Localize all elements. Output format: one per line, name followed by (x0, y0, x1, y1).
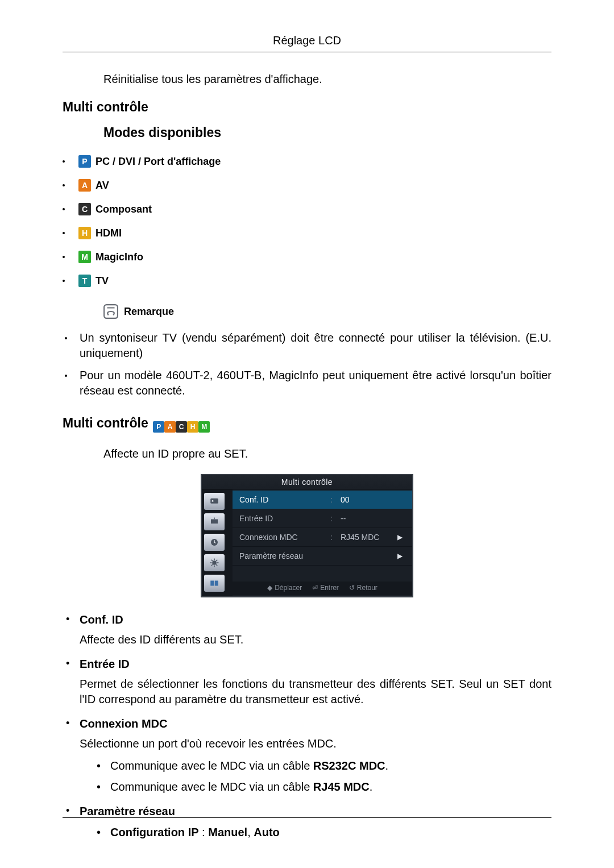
mode-icon-h: H (78, 227, 91, 239)
mode-item-hdmi: H HDMI (63, 221, 551, 245)
bullet-icon (65, 337, 67, 339)
intro-paragraph: Réinitialise tous les paramètres d'affic… (63, 72, 551, 87)
osd-foot-move: ◆ Déplacer (267, 584, 302, 592)
note-label: Remarque (124, 306, 174, 318)
mode-label: Composant (96, 203, 152, 215)
mode-icon-p: P (78, 155, 91, 168)
osd-row-connexion-mdc[interactable]: Connexion MDC : RJ45 MDC ▶ (233, 528, 412, 547)
osd-foot-enter: ⏎ Entrer (312, 584, 339, 592)
detail-title: Paramètre réseau (80, 805, 551, 818)
osd-title: Multi contrôle (202, 475, 412, 489)
svg-rect-3 (211, 520, 218, 524)
mode-item-composant: C Composant (63, 197, 551, 221)
detail-title: Entrée ID (80, 658, 551, 671)
bullet-icon (65, 375, 67, 377)
osd-side-icon-multi[interactable] (204, 575, 225, 592)
note-header: Remarque (63, 304, 551, 319)
section-multi-controle-2-title: Multi contrôle P A C H M (63, 416, 551, 433)
osd-row-label: Conf. ID (239, 495, 328, 504)
osd-row-parametre-reseau[interactable]: Paramètre réseau ▶ (233, 547, 412, 566)
detail-entree-id: Entrée ID Permet de sélectionner les fon… (63, 658, 551, 707)
note-text: Pour un modèle 460UT-2, 460UT-B, MagicIn… (80, 368, 551, 398)
note-text: Un syntoniseur TV (vendu séparément) doi… (80, 330, 551, 361)
inline-mode-icons: P A C H M (153, 421, 210, 433)
note-bullets: Un syntoniseur TV (vendu séparément) doi… (63, 327, 551, 402)
mode-icon-m: M (198, 421, 210, 433)
mode-icon-p: P (153, 421, 164, 433)
mode-icon-a: A (164, 421, 176, 433)
osd-row-entree-id[interactable]: Entrée ID : -- (233, 509, 412, 528)
header-rule (63, 52, 551, 52)
osd-row-value: -- (335, 514, 397, 523)
section-multi-controle-title: Multi contrôle (63, 99, 551, 115)
osd-row-label: Connexion MDC (239, 533, 328, 542)
bullet-icon (63, 160, 65, 163)
osd-row-label: Entrée ID (239, 514, 328, 523)
svg-point-5 (212, 560, 217, 565)
mode-icon-t: T (78, 275, 91, 287)
osd-side-icon-settings[interactable] (204, 554, 225, 571)
mode-label: MagicInfo (96, 251, 143, 263)
detail-connexion-mdc: Connexion MDC Sélectionne un port d'où r… (63, 717, 551, 795)
detail-list: Conf. ID Affecte des ID différents au SE… (63, 613, 551, 840)
bullet-icon (63, 184, 65, 186)
detail-parametre-reseau: Paramètre réseau Configuration IP : Manu… (63, 805, 551, 840)
osd-row-label: Paramètre réseau (239, 551, 328, 560)
detail-title: Conf. ID (80, 613, 551, 626)
osd-foot-return: ↺ Retour (349, 584, 377, 592)
osd-body: Conf. ID : 00 Entrée ID : -- Connexion M… (202, 489, 412, 596)
mode-label: TV (96, 275, 109, 287)
osd-main: Conf. ID : 00 Entrée ID : -- Connexion M… (233, 489, 412, 596)
detail-paragraph: Sélectionne un port d'où recevoir les en… (80, 736, 551, 751)
detail-paragraph: Permet de sélectionner les fonctions du … (80, 676, 551, 707)
mode-icon-a: A (78, 179, 91, 192)
mode-icon-m: M (78, 251, 91, 263)
osd-row-conf-id[interactable]: Conf. ID : 00 (233, 491, 412, 509)
osd-row-value: 00 (335, 495, 397, 504)
osd-row-colon: : (328, 495, 335, 504)
svg-point-2 (212, 500, 214, 502)
note-icon (103, 304, 118, 319)
osd-panel: Multi contrôle Conf. ID : 00 Entrée ID : (201, 474, 413, 597)
mode-item-magicinfo: M MagicInfo (63, 245, 551, 269)
sub-bullet-rs232c: Communique avec le MDC via un câble RS23… (96, 758, 551, 774)
mode-item-pc: P PC / DVI / Port d'affichage (63, 149, 551, 173)
sub-bullets: Communique avec le MDC via un câble RS23… (96, 758, 551, 795)
section-modes-disponibles-title: Modes disponibles (63, 125, 551, 140)
svg-rect-7 (215, 581, 218, 586)
section2-intro: Affecte un ID propre au SET. (63, 446, 551, 462)
sub-bullet-config-ip: Configuration IP : Manuel, Auto (96, 825, 551, 840)
svg-rect-1 (210, 499, 218, 504)
svg-rect-6 (210, 581, 214, 586)
detail-title: Connexion MDC (80, 717, 551, 730)
mode-label: PC / DVI / Port d'affichage (96, 156, 221, 168)
modes-list: P PC / DVI / Port d'affichage A AV C Com… (63, 149, 551, 293)
mode-item-tv: T TV (63, 269, 551, 293)
osd-row-value: RJ45 MDC (335, 533, 397, 542)
sub-bullet-rj45: Communique avec le MDC via un câble RJ45… (96, 779, 551, 795)
osd-row-arrow-icon: ▶ (397, 552, 405, 560)
mode-item-av: A AV (63, 173, 551, 197)
mode-icon-c: C (176, 421, 187, 433)
osd-side-icon-picture[interactable] (204, 493, 225, 510)
osd-side-icon-time[interactable] (204, 534, 225, 551)
document-page: Réglage LCD Réinitialise tous les paramè… (0, 0, 614, 868)
bullet-icon (63, 256, 65, 258)
osd-footer: ◆ Déplacer ⏎ Entrer ↺ Retour (233, 582, 412, 595)
osd-row-colon: : (328, 533, 335, 542)
osd-sidebar (202, 489, 233, 596)
note-bullet-1: Un syntoniseur TV (vendu séparément) doi… (63, 327, 551, 364)
detail-paragraph: Affecte des ID différents au SET. (80, 632, 551, 647)
sub-bullets: Configuration IP : Manuel, Auto (96, 825, 551, 840)
bullet-icon (63, 208, 65, 210)
osd-row-arrow-icon: ▶ (397, 533, 405, 541)
footer-rule (63, 817, 551, 818)
mode-label: AV (96, 180, 109, 192)
osd-side-icon-input[interactable] (204, 513, 225, 530)
page-header-title: Réglage LCD (63, 34, 551, 52)
mode-icon-h: H (187, 421, 198, 433)
mode-icon-c: C (78, 203, 91, 215)
bullet-icon (63, 280, 65, 282)
mode-label: HDMI (96, 227, 122, 239)
bullet-icon (63, 232, 65, 234)
